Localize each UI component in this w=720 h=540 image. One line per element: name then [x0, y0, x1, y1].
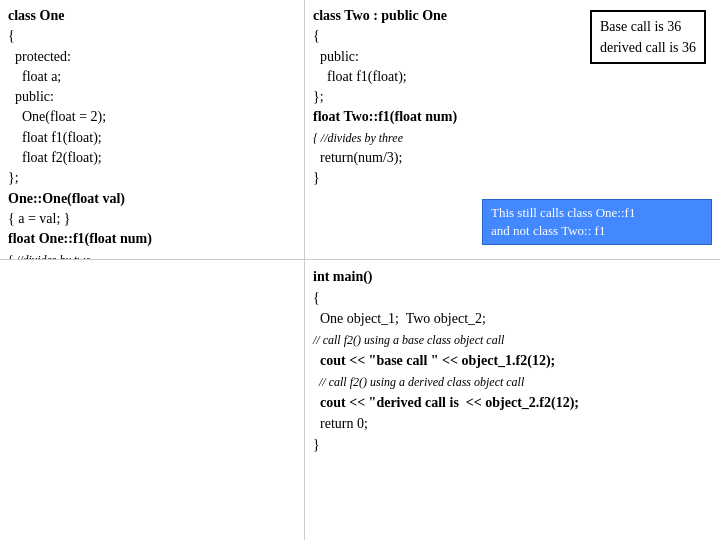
note-line2: and not class Two:: f1 — [491, 223, 605, 238]
main-container: class One { protected: float a; public: … — [0, 0, 720, 540]
result-line1: Base call is 36 — [600, 19, 681, 34]
panel-bottom-left — [0, 260, 305, 540]
code-main: int main() { One object_1; Two object_2;… — [313, 266, 712, 455]
note-box: This still calls class One::f1 and not c… — [482, 199, 712, 245]
panel-class-two: class Two : public One { public: float f… — [305, 0, 720, 260]
result-line2: derived call is 36 — [600, 40, 696, 55]
tr-content: class Two : public One { public: float f… — [313, 6, 712, 253]
result-box: Base call is 36 derived call is 36 — [590, 10, 706, 64]
panel-main: int main() { One object_1; Two object_2;… — [305, 260, 720, 540]
code-class-one: class One { protected: float a; public: … — [8, 6, 296, 260]
note-line1: This still calls class One::f1 — [491, 205, 635, 220]
panel-class-one: class One { protected: float a; public: … — [0, 0, 305, 260]
class-one-title: class One — [8, 8, 64, 23]
